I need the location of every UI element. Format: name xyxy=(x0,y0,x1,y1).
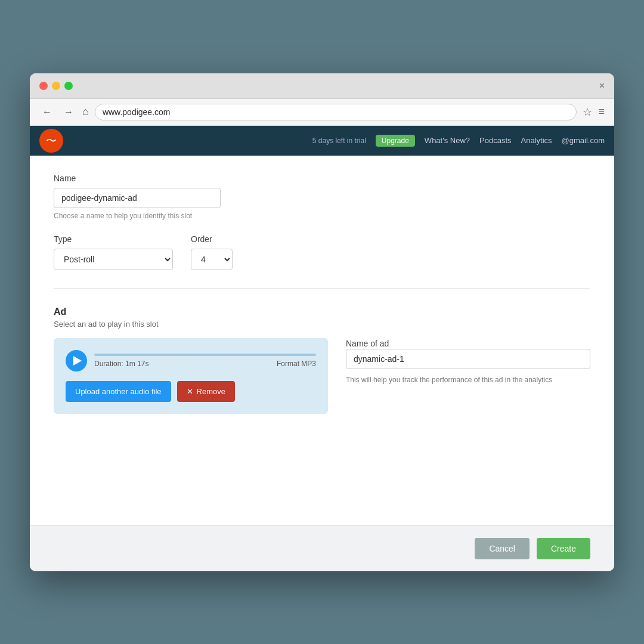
play-button[interactable] xyxy=(66,350,87,371)
section-divider xyxy=(54,288,590,289)
account-email[interactable]: @gmail.com xyxy=(562,136,605,145)
play-icon xyxy=(73,356,82,366)
ad-name-section: Name of ad This will help you track the … xyxy=(346,338,590,385)
address-bar[interactable] xyxy=(95,104,577,120)
bookmark-icon[interactable]: ☆ xyxy=(583,106,592,119)
type-label: Type xyxy=(54,234,173,244)
traffic-lights xyxy=(39,82,73,90)
upload-audio-button[interactable]: Upload another audio file xyxy=(66,381,171,402)
menu-icon[interactable]: ≡ xyxy=(598,106,605,118)
close-traffic-light[interactable] xyxy=(39,82,48,90)
cancel-button[interactable]: Cancel xyxy=(475,538,530,559)
page-footer: Cancel Create xyxy=(30,525,614,571)
audio-duration: Duration: 1m 17s xyxy=(94,360,148,368)
remove-label: Remove xyxy=(197,387,225,396)
ad-section-row: Duration: 1m 17s Format MP3 Upload anoth… xyxy=(54,338,590,414)
browser-titlebar: × xyxy=(30,73,614,99)
name-input[interactable] xyxy=(54,188,221,208)
player-row: Duration: 1m 17s Format MP3 xyxy=(66,350,316,371)
forward-button[interactable]: → xyxy=(61,106,76,119)
logo-icon: 〜 xyxy=(46,134,57,148)
ad-section: Ad Select an ad to play in this slot xyxy=(54,306,590,414)
audio-player-card: Duration: 1m 17s Format MP3 Upload anoth… xyxy=(54,338,328,414)
minimize-traffic-light[interactable] xyxy=(52,82,60,90)
name-hint: Choose a name to help you identify this … xyxy=(54,212,590,220)
main-content: Name Choose a name to help you identify … xyxy=(30,156,614,525)
ad-name-label: Name of ad xyxy=(346,339,389,348)
nav-center: 5 days left in trial Upgrade What's New?… xyxy=(312,135,605,147)
back-button[interactable]: ← xyxy=(39,106,55,119)
ad-name-hint: This will help you track the performance… xyxy=(346,376,552,384)
trial-text: 5 days left in trial xyxy=(312,137,366,145)
type-order-row: Type Pre-roll Mid-roll Post-roll Order 1… xyxy=(54,234,590,270)
analytics-link[interactable]: Analytics xyxy=(521,136,552,145)
podcasts-link[interactable]: Podcasts xyxy=(479,136,511,145)
browser-window: × ← → ⌂ ☆ ≡ 〜 5 days left in trial Upgra… xyxy=(30,73,614,571)
type-field-group: Type Pre-roll Mid-roll Post-roll xyxy=(54,234,173,270)
audio-meta: Duration: 1m 17s Format MP3 xyxy=(94,360,316,368)
app-logo: 〜 xyxy=(39,129,63,153)
app-navbar: 〜 5 days left in trial Upgrade What's Ne… xyxy=(30,126,614,156)
whats-new-link[interactable]: What's New? xyxy=(425,136,470,145)
name-label: Name xyxy=(54,174,590,183)
audio-format: Format MP3 xyxy=(277,360,316,368)
home-icon[interactable]: ⌂ xyxy=(82,106,89,118)
remove-button[interactable]: ✕ Remove xyxy=(177,381,235,402)
progress-bar-container xyxy=(94,354,316,356)
ad-section-subtitle: Select an ad to play in this slot xyxy=(54,320,590,329)
ad-section-title: Ad xyxy=(54,306,590,317)
order-label: Order xyxy=(191,234,233,244)
order-select[interactable]: 1 2 3 4 5 xyxy=(191,249,233,270)
type-select[interactable]: Pre-roll Mid-roll Post-roll xyxy=(54,249,173,270)
close-button[interactable]: × xyxy=(599,80,605,91)
remove-x-icon: ✕ xyxy=(187,387,193,396)
upgrade-button[interactable]: Upgrade xyxy=(376,135,415,147)
order-field-group: Order 1 2 3 4 5 xyxy=(191,234,233,270)
ad-name-input[interactable] xyxy=(346,349,590,369)
browser-addressbar: ← → ⌂ ☆ ≡ xyxy=(30,99,614,126)
create-button[interactable]: Create xyxy=(537,538,590,559)
name-field-group: Name Choose a name to help you identify … xyxy=(54,174,590,220)
action-buttons: Upload another audio file ✕ Remove xyxy=(66,381,316,402)
maximize-traffic-light[interactable] xyxy=(64,82,73,90)
audio-info: Duration: 1m 17s Format MP3 xyxy=(94,354,316,368)
